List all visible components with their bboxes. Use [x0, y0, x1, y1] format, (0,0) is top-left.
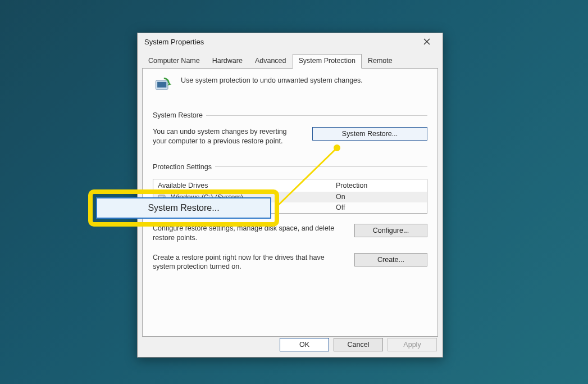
tab-hardware[interactable]: Hardware — [206, 54, 249, 69]
group-system-restore: System Restore — [153, 111, 427, 119]
system-restore-button[interactable]: System Restore... — [312, 127, 427, 141]
system-protection-icon — [153, 75, 173, 96]
col-protection: Protection — [331, 179, 427, 192]
drive-status: On — [331, 192, 427, 202]
create-button[interactable]: Create... — [354, 253, 427, 266]
tab-advanced[interactable]: Advanced — [249, 54, 293, 69]
close-button[interactable] — [416, 34, 438, 49]
titlebar: System Properties — [138, 33, 443, 50]
apply-button[interactable]: Apply — [388, 338, 437, 351]
tab-computer-name[interactable]: Computer Name — [142, 54, 206, 69]
dialog-footer: OK Cancel Apply — [280, 338, 437, 351]
callout-highlight: System Restore... — [88, 189, 279, 227]
close-icon — [423, 38, 430, 45]
tabstrip: Computer Name Hardware Advanced System P… — [138, 50, 443, 68]
svg-rect-3 — [157, 82, 166, 88]
drive-status: Off — [331, 202, 427, 213]
callout-label: System Restore... — [96, 197, 271, 219]
tab-remote[interactable]: Remote — [362, 54, 399, 69]
ok-button[interactable]: OK — [280, 338, 329, 351]
window-title: System Properties — [144, 38, 204, 46]
restore-description: You can undo system changes by reverting… — [153, 127, 302, 146]
group-protection-settings: Protection Settings — [153, 163, 427, 171]
create-description: Create a restore point right now for the… — [153, 253, 344, 272]
cancel-button[interactable]: Cancel — [334, 338, 383, 351]
configure-button[interactable]: Configure... — [354, 224, 427, 237]
tab-system-protection[interactable]: System Protection — [293, 54, 362, 69]
intro-text: Use system protection to undo unwanted s… — [181, 76, 363, 84]
